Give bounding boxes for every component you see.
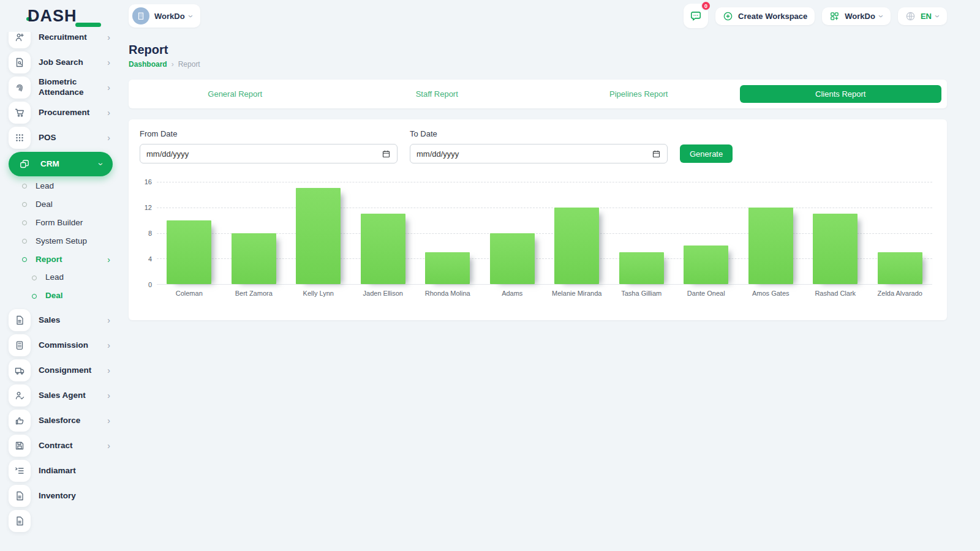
bar-slot-dante-oneal (674, 182, 739, 284)
sidebar-item-inventory[interactable]: Inventory (9, 485, 113, 507)
workspace-switcher[interactable]: WorkDo › (129, 4, 200, 28)
app-switcher[interactable]: WorkDo › (822, 7, 891, 25)
breadcrumb: Dashboard › Report (129, 60, 947, 69)
tab-general-report[interactable]: General Report (134, 85, 336, 103)
sidebar-item-label: Sales (39, 315, 107, 326)
header-actions: 0 Create Workspace WorkDo › EN › (684, 4, 947, 28)
sidebar-item-deal-sub[interactable]: Deal (32, 291, 113, 301)
sidebar-item-lead[interactable]: Lead (22, 181, 113, 192)
bar-rashad-clark (813, 214, 858, 284)
sidebar-item-sales-agent[interactable]: Sales Agent› (9, 384, 113, 407)
sidebar-item-label: System Setup (36, 236, 113, 247)
bar-melanie-miranda (554, 208, 599, 284)
y-axis-tick: 16 (145, 178, 152, 186)
calculator-icon (9, 334, 31, 356)
sidebar-item-system-setup[interactable]: System Setup (22, 236, 113, 247)
date-filter-form: From Date mm/dd/yyyy To Date mm/dd/yyyy … (140, 129, 932, 163)
chart-plot-area (157, 182, 932, 285)
sidebar-item-procurement[interactable]: Procurement› (9, 102, 113, 124)
top-header: DASH WorkDo › 0 Create Workspace WorkDo … (0, 0, 980, 32)
bullet-icon (22, 239, 27, 244)
sidebar-item-lead-sub[interactable]: Lead (32, 272, 113, 283)
clients-bar-chart: 1612840 ColemanBert ZamoraKelly LynnJade… (140, 182, 932, 297)
from-date-input[interactable]: mm/dd/yyyy (140, 144, 398, 163)
sidebar-item-report[interactable]: Report› (22, 255, 113, 265)
sidebar-item-label: Recruitment (39, 32, 107, 43)
grid-dots-icon (9, 127, 31, 149)
language-selector[interactable]: EN › (898, 7, 947, 25)
document-icon (9, 485, 31, 507)
chevron-right-icon: › (107, 341, 110, 350)
tab-pipelines-report[interactable]: Pipelines Report (538, 85, 740, 103)
cart-icon (9, 102, 31, 124)
chart-bars (157, 182, 932, 284)
bullet-icon (22, 220, 27, 225)
messages-button[interactable]: 0 (684, 4, 708, 28)
sidebar-item-sales[interactable]: Sales› (9, 309, 113, 331)
y-axis-tick: 4 (148, 255, 152, 263)
chevron-right-icon: › (107, 416, 110, 425)
bar-jaden-ellison (361, 214, 405, 284)
x-axis-label: Coleman (157, 290, 222, 297)
sidebar-item-label: Inventory (39, 491, 113, 501)
generate-button[interactable]: Generate (680, 144, 733, 163)
sidebar-item-salesforce[interactable]: Salesforce› (9, 410, 113, 432)
truck-icon (9, 359, 31, 381)
sidebar-item-deal[interactable]: Deal (22, 200, 113, 210)
sidebar-item-consignment[interactable]: Consignment› (9, 359, 113, 381)
sidebar-item-label: Contract (39, 441, 107, 451)
sidebar-item-commission[interactable]: Commission› (9, 334, 113, 356)
sidebar-item-label: Report (36, 255, 107, 265)
chevron-down-icon: › (187, 15, 196, 18)
sidebar-item-label: Sales Agent (39, 391, 107, 401)
create-workspace-button[interactable]: Create Workspace (715, 7, 815, 25)
grid-plus-icon (829, 11, 840, 21)
chevron-right-icon: › (107, 133, 110, 142)
sidebar-item-recruitment[interactable]: Recruitment› (9, 32, 113, 48)
tab-staff-report[interactable]: Staff Report (336, 85, 538, 103)
to-date-input[interactable]: mm/dd/yyyy (410, 144, 668, 163)
logo-text: DASH (28, 7, 77, 26)
sidebar-item-job-search[interactable]: Job Search› (9, 51, 113, 73)
x-axis-label: Kelly Lynn (286, 290, 351, 297)
x-axis-label: Dante Oneal (674, 290, 739, 297)
sidebar-item-label: Procurement (39, 108, 107, 118)
bar-slot-rhonda-molina (415, 182, 480, 284)
sidebar-item-more[interactable] (9, 510, 113, 532)
building-icon (132, 7, 149, 24)
document-icon (9, 510, 31, 532)
bar-zelda-alvarado (878, 252, 922, 284)
chevron-right-icon: › (107, 108, 110, 117)
sidebar-item-contract[interactable]: Contract› (9, 435, 113, 457)
bar-coleman (167, 220, 211, 284)
logo-dash-accent (75, 23, 101, 27)
breadcrumb-dashboard-link[interactable]: Dashboard (129, 60, 167, 69)
sidebar-item-label: Deal (45, 291, 113, 301)
app-switcher-label: WorkDo (845, 12, 875, 21)
chevron-right-icon: › (107, 441, 110, 450)
x-axis-label: Adams (480, 290, 545, 297)
x-axis-label: Amos Gates (739, 290, 804, 297)
breadcrumb-separator-icon: › (172, 60, 174, 69)
page-title: Report (129, 43, 947, 57)
sidebar-item-label: Job Search (39, 58, 107, 68)
sidebar-item-pos[interactable]: POS› (9, 127, 113, 149)
sidebar-item-crm[interactable]: CRM› (9, 152, 113, 176)
y-axis-tick: 0 (148, 281, 152, 288)
tab-clients-report[interactable]: Clients Report (740, 85, 942, 103)
bar-adams (490, 233, 535, 285)
sidebar[interactable]: Recruitment›Job Search›Biometric Attenda… (0, 32, 121, 551)
bullet-icon (22, 202, 27, 207)
to-date-field: To Date mm/dd/yyyy (410, 129, 668, 163)
person-check-icon (9, 384, 31, 407)
sidebar-item-label: Lead (36, 181, 113, 192)
sidebar-item-biometric-attendance[interactable]: Biometric Attendance› (9, 77, 113, 99)
sidebar-item-label: Form Builder (36, 218, 113, 228)
calendar-icon (382, 149, 391, 159)
bar-slot-coleman (157, 182, 222, 284)
sidebar-item-indiamart[interactable]: Indiamart (9, 460, 113, 482)
chevron-down-icon: › (933, 15, 943, 18)
chevron-down-icon: › (877, 15, 886, 18)
sidebar-item-form-builder[interactable]: Form Builder (22, 218, 113, 228)
bar-rhonda-molina (425, 252, 470, 284)
